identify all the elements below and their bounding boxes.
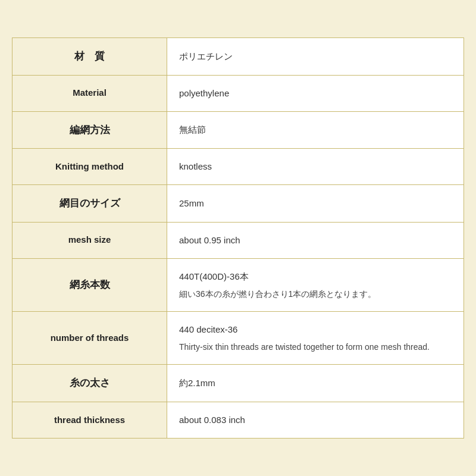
row-value-thickness-jp: 約2.1mm (167, 365, 464, 402)
row-value-mesh-size-en: about 0.95 inch (167, 223, 464, 258)
row-label-threads-jp: 網糸本数 (12, 259, 167, 311)
product-specs-table: 材 質ポリエチレンMaterialpolyethylene編網方法無結節Knit… (12, 37, 464, 439)
row-label-mesh-size-en: mesh size (12, 223, 167, 258)
main-value: 25mm (179, 196, 452, 211)
main-value: polyethylene (179, 86, 452, 101)
sub-value: Thirty-six thin threads are twisted toge… (179, 340, 452, 353)
main-value: knotless (179, 159, 452, 174)
row-label-material-en: Material (12, 76, 167, 111)
row-label-thickness-jp: 糸の太さ (12, 365, 167, 402)
main-value: ポリエチレン (179, 49, 452, 64)
row-value-knitting-jp: 無結節 (167, 112, 464, 149)
table-row: 網糸本数440T(400D)-36本細い36本の糸が撚り合わさり1本の網糸となり… (12, 259, 464, 312)
table-row: Knitting methodknotless (12, 149, 464, 185)
row-value-mesh-size-jp: 25mm (167, 185, 464, 222)
table-row: Materialpolyethylene (12, 76, 464, 112)
main-value: 440T(400D)-36本 (179, 270, 452, 284)
row-label-material-jp: 材 質 (12, 38, 167, 75)
main-value: about 0.95 inch (179, 233, 452, 248)
table-row: 材 質ポリエチレン (12, 38, 464, 76)
row-value-knitting-en: knotless (167, 149, 464, 184)
table-row: 編網方法無結節 (12, 112, 464, 149)
main-value: 440 decitex-36 (179, 322, 452, 337)
row-value-thickness-en: about 0.083 inch (167, 402, 464, 438)
main-value: 無結節 (179, 123, 452, 137)
row-label-threads-en: number of threads (12, 312, 167, 364)
row-value-material-en: polyethylene (167, 76, 464, 111)
row-value-threads-jp: 440T(400D)-36本細い36本の糸が撚り合わさり1本の網糸となります。 (167, 259, 464, 311)
row-label-mesh-size-jp: 網目のサイズ (12, 185, 167, 222)
table-row: 網目のサイズ25mm (12, 185, 464, 223)
row-value-material-jp: ポリエチレン (167, 38, 464, 75)
row-label-thickness-en: thread thickness (12, 402, 167, 438)
main-value: about 0.083 inch (179, 413, 452, 427)
row-label-knitting-en: Knitting method (12, 149, 167, 184)
table-row: mesh sizeabout 0.95 inch (12, 223, 464, 259)
main-value: 約2.1mm (179, 376, 452, 390)
table-row: thread thicknessabout 0.083 inch (12, 402, 464, 438)
sub-value: 細い36本の糸が撚り合わさり1本の網糸となります。 (179, 287, 452, 300)
row-label-knitting-jp: 編網方法 (12, 112, 167, 149)
table-row: 糸の太さ約2.1mm (12, 365, 464, 402)
table-row: number of threads440 decitex-36Thirty-si… (12, 312, 464, 365)
row-value-threads-en: 440 decitex-36Thirty-six thin threads ar… (167, 312, 464, 364)
